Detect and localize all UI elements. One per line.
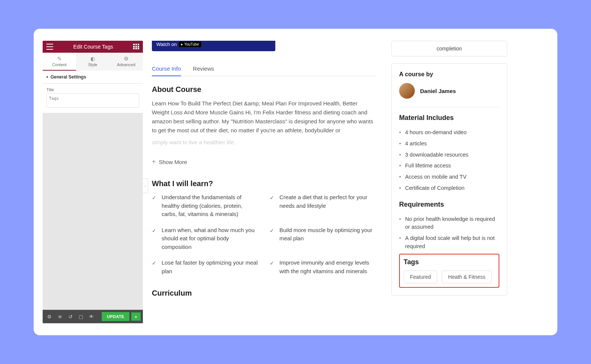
- learn-heading: What I will learn?: [152, 179, 376, 188]
- list-item: 3 downloadable resources: [399, 149, 499, 161]
- tab-content-label: Content: [52, 62, 67, 67]
- learn-item: ✓Learn when, what and how much you shoul…: [152, 226, 258, 252]
- author-name: Daniel James: [420, 88, 456, 94]
- workspace: Edit Course Tags ✎Content ◐Style ⚙Advanc…: [43, 41, 548, 323]
- course-content: Watch on YouTube Course Info Reviews Abo…: [152, 41, 376, 323]
- check-icon: ✓: [152, 259, 156, 275]
- list-item: No prior health knowledge is required or…: [399, 214, 499, 233]
- learn-item: ✓Create a diet that is perfect for your …: [270, 193, 376, 219]
- preview-icon[interactable]: 👁: [87, 312, 96, 321]
- requirements-heading: Requirements: [399, 201, 499, 209]
- general-settings-section[interactable]: General Settings: [43, 71, 143, 84]
- learn-item: ✓Improve immunity and energy levels with…: [270, 259, 376, 275]
- list-item: Certificate of Completion: [399, 183, 499, 194]
- watch-on-youtube[interactable]: Watch on YouTube: [156, 41, 201, 47]
- list-item: Access on mobile and TV: [399, 172, 499, 183]
- check-icon: ✓: [152, 227, 156, 252]
- tag-row: Featured Heath & Fitness: [402, 271, 496, 283]
- tags-heading: Tags: [402, 258, 496, 266]
- editor-title: Edit Course Tags: [73, 44, 113, 50]
- tab-advanced-label: Advanced: [117, 62, 135, 67]
- tab-style[interactable]: ◐Style: [76, 53, 109, 71]
- learn-item: ✓Understand the fundamentals of healthy …: [152, 193, 258, 219]
- requirements-list: No prior health knowledge is required or…: [399, 214, 499, 252]
- settings-icon[interactable]: ⚙: [45, 312, 54, 321]
- curriculum-heading: Curriculum: [152, 289, 376, 297]
- check-icon: ✓: [270, 227, 274, 252]
- grid-icon[interactable]: [133, 44, 139, 50]
- check-icon: ✓: [152, 194, 156, 219]
- about-heading: About Course: [152, 85, 376, 94]
- youtube-label: YouTube: [184, 42, 199, 46]
- title-input[interactable]: [46, 93, 139, 108]
- update-button[interactable]: UPDATE: [102, 312, 129, 321]
- learn-text: Create a diet that is perfect for your n…: [279, 193, 376, 219]
- tags-box: Tags Featured Heath & Fitness: [399, 254, 499, 288]
- learn-item: ✓Build more muscle by optimizing your me…: [270, 226, 376, 252]
- learn-grid: ✓Understand the fundamentals of healthy …: [152, 193, 376, 275]
- info-box: A course by Daniel James Material Includ…: [391, 63, 507, 296]
- about-body-fade: simply want to live a healthier life.: [152, 138, 376, 147]
- app-frame: Edit Course Tags ✎Content ◐Style ⚙Advanc…: [34, 29, 557, 335]
- editor-header: Edit Course Tags: [43, 41, 143, 53]
- title-field-label: Title: [46, 87, 139, 92]
- list-item: A digital food scale will help but is no…: [399, 233, 499, 252]
- watch-on-label: Watch on: [156, 41, 177, 47]
- content-tabs: Course Info Reviews: [152, 62, 376, 76]
- title-field-group: Title: [43, 84, 143, 113]
- check-icon: ✓: [270, 194, 274, 219]
- pencil-icon: ✎: [43, 56, 76, 62]
- tag-featured[interactable]: Featured: [404, 271, 437, 283]
- learn-item: ✓Lose fat faster by optimizing your meal…: [152, 259, 258, 275]
- about-body: Learn How To Build The Perfect Diet &amp…: [152, 99, 376, 135]
- tab-content[interactable]: ✎Content: [43, 53, 76, 71]
- editor-footer: ⚙ ≋ ↺ ▢ 👁 UPDATE ▲: [43, 310, 143, 323]
- gear-icon: ⚙: [110, 56, 143, 62]
- list-item: 4 articles: [399, 138, 499, 149]
- tab-course-info[interactable]: Course Info: [152, 62, 181, 76]
- youtube-badge: YouTube: [179, 41, 201, 47]
- list-item: 4 hours on-demand video: [399, 127, 499, 138]
- learn-text: Lose fat faster by optimizing your meal …: [162, 259, 258, 275]
- materials-heading: Material Includes: [399, 114, 499, 122]
- list-item: Full lifetime access: [399, 160, 499, 172]
- divider: [399, 107, 499, 107]
- show-more-label: Show More: [159, 159, 187, 165]
- contrast-icon: ◐: [76, 56, 109, 62]
- general-settings-toggle[interactable]: General Settings: [46, 74, 139, 80]
- main-content: Watch on YouTube Course Info Reviews Abo…: [149, 41, 548, 323]
- check-icon: ✓: [270, 259, 274, 275]
- course-by-label: A course by: [399, 71, 499, 78]
- responsive-icon[interactable]: ▢: [76, 312, 85, 321]
- editor-panel: Edit Course Tags ✎Content ◐Style ⚙Advanc…: [43, 41, 143, 323]
- history-icon[interactable]: ↺: [66, 312, 75, 321]
- hamburger-icon[interactable]: [46, 44, 53, 50]
- avatar: [399, 83, 415, 99]
- tab-advanced[interactable]: ⚙Advanced: [110, 53, 143, 71]
- video-player-strip: Watch on YouTube: [152, 41, 275, 51]
- materials-list: 4 hours on-demand video 4 articles 3 dow…: [399, 127, 499, 194]
- editor-tabs: ✎Content ◐Style ⚙Advanced: [43, 53, 143, 71]
- learn-text: Learn when, what and how much you should…: [162, 226, 258, 252]
- tab-reviews[interactable]: Reviews: [193, 62, 214, 76]
- completion-box: completion: [391, 41, 507, 56]
- show-more-button[interactable]: Show More: [152, 158, 376, 166]
- tag-health-fitness[interactable]: Heath & Fitness: [442, 271, 492, 283]
- author-row: Daniel James: [399, 83, 499, 99]
- collapse-handle[interactable]: ‹: [143, 178, 148, 193]
- learn-text: Build more muscle by optimizing your mea…: [279, 226, 376, 252]
- layers-icon[interactable]: ≋: [55, 312, 64, 321]
- right-panel: completion A course by Daniel James Mate…: [391, 41, 507, 323]
- learn-text: Improve immunity and energy levels with …: [279, 259, 376, 275]
- learn-text: Understand the fundamentals of healthy d…: [162, 193, 258, 219]
- tab-style-label: Style: [88, 62, 97, 67]
- update-caret[interactable]: ▲: [131, 312, 141, 321]
